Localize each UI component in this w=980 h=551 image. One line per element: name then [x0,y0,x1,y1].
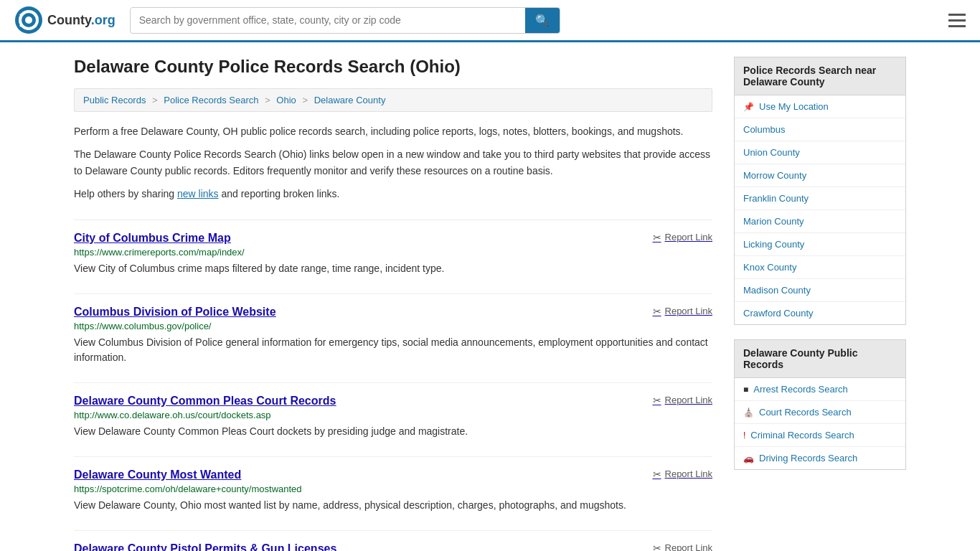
result-desc-3: View Delaware County, Ohio most wanted l… [74,498,712,513]
sidebar-item-marion[interactable]: Marion County [735,210,905,233]
search-button[interactable]: 🔍 [525,8,560,33]
driving-records-link[interactable]: Driving Records Search [759,453,857,463]
result-url-1: https://www.columbus.gov/police/ [74,321,712,331]
sidebar: Police Records Search near Delaware Coun… [734,57,906,551]
sidebar-public-records-list: ■ Arrest Records Search ⛪ Court Records … [734,378,906,470]
report-link-2[interactable]: ✂ Report Link [653,395,712,406]
arrest-records-link[interactable]: Arrest Records Search [753,384,848,395]
marion-county-link[interactable]: Marion County [743,216,804,227]
result-title-row: Columbus Division of Police Website ✂ Re… [74,306,712,319]
breadcrumb-police-records[interactable]: Police Records Search [164,95,258,105]
result-desc-1: View Columbus Division of Police general… [74,335,712,365]
result-url-0: https://www.crimereports.com/map/index/ [74,247,712,258]
sidebar-item-driving[interactable]: 🚗 Driving Records Search [735,447,905,469]
logo-icon: ★ ★ ★ ★ [14,6,43,34]
breadcrumb-public-records[interactable]: Public Records [83,95,146,105]
result-link-1[interactable]: Columbus Division of Police Website [74,306,276,319]
sidebar-item-franklin[interactable]: Franklin County [735,187,905,210]
result-item: Delaware County Common Pleas Court Recor… [74,382,712,439]
result-link-3[interactable]: Delaware County Most Wanted [74,468,241,481]
result-title-row: Delaware County Common Pleas Court Recor… [74,395,712,408]
search-icon: 🔍 [535,14,550,27]
menu-bar-1 [948,14,966,16]
report-link-0[interactable]: ✂ Report Link [653,232,712,243]
menu-button[interactable] [948,14,966,27]
driving-icon: 🚗 [743,453,754,463]
svg-text:★: ★ [19,12,23,17]
result-title-row: Delaware County Most Wanted ✂ Report Lin… [74,468,712,481]
union-county-link[interactable]: Union County [743,147,800,158]
madison-county-link[interactable]: Madison County [743,285,811,296]
logo[interactable]: ★ ★ ★ ★ County.org [14,6,116,34]
result-item: City of Columbus Crime Map ✂ Report Link… [74,220,712,276]
result-desc-2: View Delaware County Common Pleas Court … [74,424,712,439]
intro-p1: Perform a free Delaware County, OH publi… [74,123,712,139]
report-link-4[interactable]: ✂ Report Link [653,542,712,551]
sidebar-item-licking[interactable]: Licking County [735,233,905,256]
intro-p2: The Delaware County Police Records Searc… [74,146,712,179]
report-link-1[interactable]: ✂ Report Link [653,306,712,317]
court-records-link[interactable]: Court Records Search [759,407,852,418]
new-links-link[interactable]: new links [177,188,219,199]
result-desc-0: View City of Columbus crime maps filtere… [74,261,712,276]
result-link-2[interactable]: Delaware County Common Pleas Court Recor… [74,395,336,408]
morrow-county-link[interactable]: Morrow County [743,170,806,181]
columbus-link[interactable]: Columbus [743,124,786,135]
report-link-3[interactable]: ✂ Report Link [653,468,712,480]
breadcrumb-ohio[interactable]: Ohio [276,95,296,105]
knox-county-link[interactable]: Knox County [743,262,796,273]
arrest-icon: ■ [743,385,748,395]
report-icon-1: ✂ [653,306,661,317]
result-item: Columbus Division of Police Website ✂ Re… [74,293,712,365]
result-title-row: City of Columbus Crime Map ✂ Report Link [74,232,712,245]
menu-bar-3 [948,25,966,27]
sidebar-item-knox[interactable]: Knox County [735,256,905,279]
svg-text:★: ★ [19,23,23,28]
licking-county-link[interactable]: Licking County [743,239,804,250]
report-icon-4: ✂ [653,542,661,551]
content-area: Delaware County Police Records Search (O… [74,57,712,551]
sidebar-item-crawford[interactable]: Crawford County [735,302,905,324]
location-pin-icon: 📌 [743,102,754,112]
sidebar-item-union[interactable]: Union County [735,141,905,164]
logo-text: County.org [47,13,116,28]
use-my-location-link[interactable]: Use My Location [759,101,829,112]
result-url-2: http://www.co.delaware.oh.us/court/docke… [74,410,712,420]
result-item: Delaware County Pistol Permits & Gun Lic… [74,530,712,551]
report-icon-3: ✂ [653,468,661,480]
sidebar-public-records-title: Delaware County Public Records [734,339,906,378]
page-title: Delaware County Police Records Search (O… [74,57,712,77]
result-link-4[interactable]: Delaware County Pistol Permits & Gun Lic… [74,542,336,551]
sidebar-item-columbus[interactable]: Columbus [735,118,905,141]
sidebar-item-morrow[interactable]: Morrow County [735,164,905,187]
sidebar-item-use-location[interactable]: 📌 Use My Location [735,95,905,118]
court-icon: ⛪ [743,408,754,418]
header: ★ ★ ★ ★ County.org 🔍 [0,0,980,42]
criminal-icon: ! [743,430,745,441]
crawford-county-link[interactable]: Crawford County [743,308,814,319]
result-url-3: https://spotcrime.com/oh/delaware+county… [74,484,712,494]
sidebar-nearby-section: Police Records Search near Delaware Coun… [734,57,906,325]
svg-text:★: ★ [33,23,37,28]
result-link-0[interactable]: City of Columbus Crime Map [74,232,231,245]
franklin-county-link[interactable]: Franklin County [743,193,809,204]
svg-text:★: ★ [33,12,37,17]
svg-point-3 [25,17,32,24]
sidebar-nearby-title: Police Records Search near Delaware Coun… [734,57,906,95]
sidebar-item-court[interactable]: ⛪ Court Records Search [735,401,905,424]
sidebar-item-criminal[interactable]: ! Criminal Records Search [735,424,905,447]
search-input[interactable] [131,9,525,32]
report-icon-2: ✂ [653,395,661,406]
main-container: Delaware County Police Records Search (O… [60,42,920,551]
search-bar: 🔍 [130,7,560,34]
menu-bar-2 [948,19,966,22]
result-title-row: Delaware County Pistol Permits & Gun Lic… [74,542,712,551]
sidebar-public-records-section: Delaware County Public Records ■ Arrest … [734,339,906,470]
sidebar-item-arrest[interactable]: ■ Arrest Records Search [735,378,905,401]
sidebar-item-madison[interactable]: Madison County [735,279,905,302]
breadcrumb: Public Records > Police Records Search >… [74,88,712,112]
criminal-records-link[interactable]: Criminal Records Search [750,430,854,441]
report-icon-0: ✂ [653,232,661,243]
intro-p3: Help others by sharing new links and rep… [74,186,712,202]
breadcrumb-delaware[interactable]: Delaware County [314,95,386,105]
